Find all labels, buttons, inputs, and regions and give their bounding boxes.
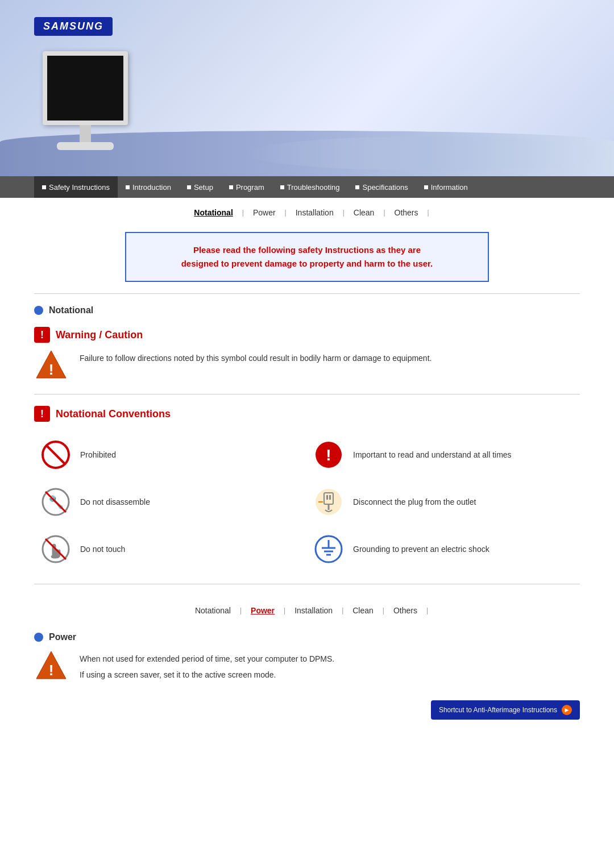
- svg-rect-12: [329, 495, 331, 500]
- warning-content: ! Failure to follow directions noted by …: [34, 348, 580, 383]
- nav-item-troubleshooting[interactable]: Troubleshooting: [272, 176, 348, 198]
- tab-clean[interactable]: Clean: [345, 208, 384, 217]
- tab-bottom-installation[interactable]: Installation: [285, 606, 342, 615]
- divider-1: [34, 293, 580, 294]
- convention-no-touch: Do not touch: [34, 525, 307, 572]
- nav-item-information[interactable]: Information: [416, 176, 476, 198]
- nav-item-setup[interactable]: Setup: [179, 176, 221, 198]
- nav-dot: [126, 185, 130, 189]
- power-desc-line2: If using a screen saver, set it to the a…: [80, 665, 334, 681]
- nav-label-troubleshooting: Troubleshooting: [287, 183, 340, 192]
- prohibited-label: Prohibited: [80, 450, 116, 459]
- tab-notational[interactable]: Notational: [185, 208, 242, 217]
- warning-triangle-icon: !: [34, 348, 68, 383]
- grounding-icon: [313, 533, 344, 564]
- nav-label-setup: Setup: [194, 183, 213, 192]
- blue-circle-icon: [34, 306, 43, 315]
- info-line1: Please read the following safety Instruc…: [143, 243, 471, 257]
- power-warning-triangle-icon: !: [34, 649, 68, 683]
- nav-dot: [42, 185, 46, 189]
- nav-dot: [229, 185, 233, 189]
- no-touch-icon: [40, 533, 71, 564]
- prohibited-icon: [40, 439, 71, 470]
- conventions-exclaim-icon: !: [34, 406, 50, 422]
- tab-power[interactable]: Power: [244, 208, 285, 217]
- power-blue-circle-icon: [34, 633, 43, 642]
- convention-no-disassemble: 🔧 Do not disassemble: [34, 478, 307, 525]
- disconnect-icon: [313, 486, 344, 517]
- svg-text:!: !: [49, 361, 54, 378]
- svg-point-17: [316, 536, 342, 562]
- info-line2: designed to prevent damage to property a…: [143, 257, 471, 271]
- nav-item-program[interactable]: Program: [221, 176, 272, 198]
- shortcut-arrow-icon: ►: [562, 705, 572, 715]
- tab-bottom-power[interactable]: Power: [242, 606, 284, 615]
- nav-label-safety: Safety Instructions: [49, 183, 110, 192]
- notational-heading: Notational: [34, 305, 580, 315]
- nav-label-specifications: Specifications: [362, 183, 408, 192]
- no-touch-label: Do not touch: [80, 545, 125, 554]
- nav-dot: [355, 185, 359, 189]
- tab-installation[interactable]: Installation: [287, 208, 343, 217]
- tab-bottom-sep-5: |: [426, 607, 428, 614]
- bottom-tabs: Notational | Power | Installation | Clea…: [34, 596, 580, 621]
- no-disassemble-icon: 🔧: [40, 486, 71, 517]
- warning-heading: ! Warning / Caution: [34, 327, 580, 343]
- important-icon: !: [313, 439, 344, 470]
- nav-dot: [424, 185, 428, 189]
- monitor-base: [57, 142, 114, 150]
- convention-disconnect: Disconnect the plug from the outlet: [307, 478, 580, 525]
- convention-important: ! Important to read and understand at al…: [307, 431, 580, 478]
- warning-title: Warning / Caution: [56, 329, 143, 341]
- nav-bar: Safety Instructions Introduction Setup P…: [0, 176, 614, 198]
- nav-item-safety[interactable]: Safety Instructions: [34, 176, 118, 198]
- svg-text:!: !: [49, 662, 54, 679]
- info-box: Please read the following safety Instruc…: [125, 232, 489, 282]
- monitor-illustration: [34, 51, 136, 165]
- warning-exclaim-icon: !: [34, 327, 50, 343]
- nav-label-information: Information: [431, 183, 468, 192]
- monitor-screen: [43, 51, 128, 125]
- tab-bottom-notational[interactable]: Notational: [186, 606, 240, 615]
- svg-line-3: [47, 446, 65, 464]
- tab-bottom-others[interactable]: Others: [384, 606, 426, 615]
- convention-prohibited: Prohibited: [34, 431, 307, 478]
- power-desc-line1: When not used for extended period of tim…: [80, 649, 334, 665]
- shortcut-button[interactable]: Shortcut to Anti-Afterimage Instructions…: [431, 700, 580, 720]
- tab-bottom-clean[interactable]: Clean: [343, 606, 383, 615]
- nav-item-introduction[interactable]: Introduction: [118, 176, 179, 198]
- nav-label-program: Program: [236, 183, 264, 192]
- no-disassemble-label: Do not disassemble: [80, 497, 150, 506]
- nav-item-specifications[interactable]: Specifications: [347, 176, 416, 198]
- divider-3: [34, 584, 580, 584]
- conventions-title: Notational Conventions: [56, 408, 171, 420]
- tab-others[interactable]: Others: [385, 208, 428, 217]
- divider-2: [34, 394, 580, 394]
- power-description: When not used for extended period of tim…: [80, 649, 334, 682]
- svg-text:!: !: [326, 446, 331, 464]
- svg-rect-11: [326, 495, 328, 500]
- conventions-grid: Prohibited ! Important to read and under…: [34, 431, 580, 572]
- samsung-logo: SAMSUNG: [34, 17, 113, 36]
- convention-grounding: Grounding to prevent an electric shock: [307, 525, 580, 572]
- nav-dot: [280, 185, 284, 189]
- power-section: Power ! When not used for extended perio…: [34, 632, 580, 683]
- important-label: Important to read and understand at all …: [353, 450, 512, 459]
- shortcut-label: Shortcut to Anti-Afterimage Instructions: [439, 706, 557, 714]
- nav-dot: [187, 185, 191, 189]
- notational-title: Notational: [49, 305, 93, 315]
- disconnect-label: Disconnect the plug from the outlet: [353, 497, 476, 506]
- power-content: ! When not used for extended period of t…: [34, 649, 580, 683]
- warning-description: Failure to follow directions noted by th…: [80, 348, 432, 364]
- power-title: Power: [49, 632, 76, 642]
- monitor-stand: [80, 125, 91, 142]
- nav-label-introduction: Introduction: [132, 183, 171, 192]
- grounding-label: Grounding to prevent an electric shock: [353, 545, 489, 554]
- top-tabs: Notational | Power | Installation | Clea…: [34, 198, 580, 223]
- tab-sep-5: |: [428, 209, 429, 217]
- conventions-heading: ! Notational Conventions: [34, 406, 580, 422]
- main-content: Notational | Power | Installation | Clea…: [0, 198, 614, 683]
- power-heading: Power: [34, 632, 580, 642]
- header-banner: SAMSUNG: [0, 0, 614, 176]
